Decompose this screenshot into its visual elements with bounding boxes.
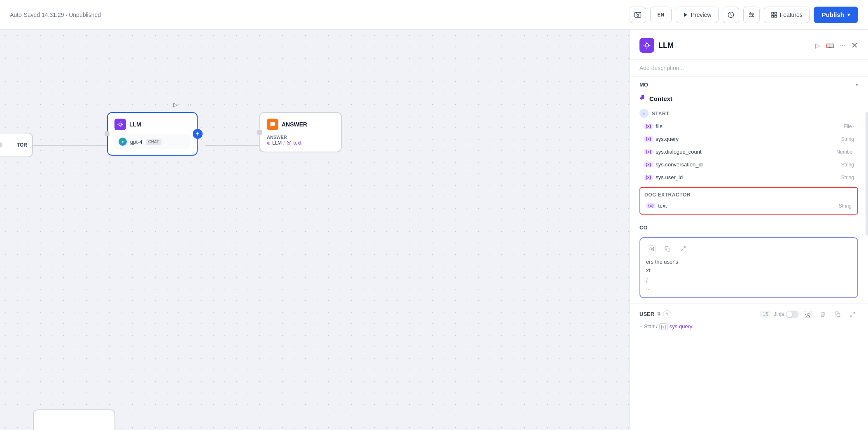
model-dropdown[interactable]: ▾ bbox=[856, 82, 858, 88]
user-copy-button[interactable] bbox=[832, 308, 843, 320]
llm-left-connector[interactable] bbox=[105, 131, 110, 136]
history-button[interactable] bbox=[723, 7, 739, 23]
user-delete-button[interactable] bbox=[817, 308, 828, 320]
settings-button[interactable] bbox=[743, 7, 760, 23]
svg-point-8 bbox=[752, 14, 753, 15]
home-icon: ⌂ bbox=[639, 324, 642, 330]
var-row-text[interactable]: {x} text String bbox=[642, 199, 856, 212]
svg-point-17 bbox=[645, 44, 649, 47]
context-block-toolbar: {x} bbox=[646, 243, 852, 255]
answer-node-header: ANSWER bbox=[267, 119, 334, 130]
svg-point-1 bbox=[637, 14, 639, 16]
close-button[interactable]: ✕ bbox=[851, 40, 858, 50]
start-label: START bbox=[652, 108, 669, 118]
publish-button[interactable]: Publish ▾ bbox=[814, 7, 858, 23]
book-icon[interactable]: 📖 bbox=[826, 42, 834, 49]
svg-point-16 bbox=[119, 123, 122, 126]
panel-title-row: LLM bbox=[639, 38, 674, 53]
doc-extractor-label: DOC EXTRACTOR bbox=[642, 189, 856, 199]
var-row-sys-query[interactable]: {x} sys.query String bbox=[639, 133, 858, 145]
var-type-sys-query: String bbox=[841, 136, 854, 142]
var-row-conversation-id[interactable]: {x} sys.conversation_id String bbox=[639, 158, 858, 171]
var-row-file[interactable]: {x} file File › bbox=[639, 120, 858, 133]
var-name-file: file bbox=[656, 123, 663, 129]
model-section-header: MO ▾ bbox=[630, 77, 868, 88]
bottom-partial-node bbox=[33, 409, 115, 430]
var-badge-conversation: {x} bbox=[644, 162, 653, 167]
var-type-user-id: String bbox=[841, 175, 854, 180]
var-type-dialogue: Number bbox=[836, 149, 854, 155]
context-section: Context ⌂ START {x} file File bbox=[630, 88, 868, 223]
svg-line-23 bbox=[850, 315, 852, 316]
svg-line-22 bbox=[853, 312, 854, 313]
answer-label: ANSWER bbox=[267, 135, 287, 140]
more-icon[interactable]: ··· bbox=[840, 42, 845, 49]
context-section-header: Context bbox=[639, 94, 858, 103]
var-name-dialogue-count: sys.dialogue_count bbox=[656, 149, 701, 155]
node-run-button[interactable]: ▷ bbox=[170, 100, 180, 110]
user-label: USER bbox=[639, 311, 654, 317]
user-actions: 15 Jinja {x} bbox=[760, 308, 858, 320]
user-expand-button[interactable] bbox=[847, 308, 858, 320]
left-node-label: TOR bbox=[17, 142, 27, 148]
svg-rect-13 bbox=[775, 15, 777, 17]
language-button[interactable]: EN bbox=[650, 7, 672, 23]
user-help-button[interactable]: ? bbox=[663, 310, 671, 318]
toggle-track[interactable] bbox=[786, 311, 799, 318]
panel-content: MO ▾ Context ⌂ bbox=[630, 77, 868, 430]
var-row-dialogue-count[interactable]: {x} sys.dialogue_count Number bbox=[639, 145, 858, 158]
sys-query-ref: sys.query bbox=[670, 323, 693, 330]
panel-title: LLM bbox=[658, 41, 674, 50]
model-badge: CHAT bbox=[146, 139, 161, 145]
svg-line-19 bbox=[684, 247, 685, 248]
run-icon[interactable]: ▷ bbox=[815, 42, 820, 49]
start-var-group: ⌂ START {x} file File › {x} sys. bbox=[639, 108, 858, 184]
svg-marker-2 bbox=[684, 12, 687, 17]
mo-label: MO bbox=[639, 82, 648, 88]
var-left-sys-query: {x} sys.query bbox=[644, 136, 679, 142]
answer-flow-node[interactable]: ANSWER ANSWER ⊕ LLM / {x} text bbox=[259, 112, 342, 152]
preview-button[interactable]: Preview bbox=[676, 7, 719, 23]
svg-line-20 bbox=[681, 249, 683, 251]
llm-node-icon bbox=[114, 119, 126, 130]
llm-flow-node[interactable]: ▷ ··· LLM ✦ gpt-4 CHAT + bbox=[107, 112, 198, 156]
var-row-user-id[interactable]: {x} sys.user_id String bbox=[639, 171, 858, 184]
publish-chevron: ▾ bbox=[847, 12, 850, 18]
model-icon: ✦ bbox=[119, 138, 127, 146]
context-editing-block[interactable]: {x} ers the user's xt: / ·· bbox=[639, 237, 858, 298]
panel-header-actions: ▷ 📖 ··· ✕ bbox=[815, 40, 858, 50]
publish-label: Publish bbox=[822, 11, 844, 18]
answer-node-icon bbox=[267, 119, 278, 130]
copy-block-button[interactable] bbox=[662, 243, 673, 255]
start-ref: Start bbox=[644, 324, 654, 330]
var-left-file: {x} file bbox=[644, 123, 663, 129]
svg-rect-11 bbox=[775, 12, 777, 14]
variable-insert-button[interactable]: {x} bbox=[646, 243, 658, 255]
model-name: gpt-4 bbox=[130, 139, 142, 145]
node-more-button[interactable]: ··· bbox=[184, 100, 194, 110]
jinja-toggle[interactable]: Jinja bbox=[774, 311, 799, 318]
topbar: Auto-Saved 14:31:29 · Unpublished EN Pre… bbox=[0, 0, 868, 30]
panel-header: LLM ▷ 📖 ··· ✕ bbox=[630, 30, 868, 60]
panel-description[interactable]: Add description... bbox=[630, 60, 868, 77]
panel-scrollbar[interactable] bbox=[866, 112, 868, 236]
answer-ref: ⊕ LLM / {x} text bbox=[267, 140, 334, 146]
user-var-button[interactable]: {x} bbox=[802, 308, 814, 320]
var-badge-sys-query: {x} bbox=[644, 136, 653, 142]
answer-left-connector[interactable] bbox=[257, 130, 262, 135]
sys-query-icon: {x} bbox=[659, 323, 668, 330]
llm-right-connector[interactable]: + bbox=[193, 129, 203, 139]
var-name-user-id: sys.user_id bbox=[656, 174, 683, 180]
var-name-sys-query: sys.query bbox=[656, 136, 679, 142]
llm-node-body: ✦ gpt-4 CHAT bbox=[114, 134, 190, 149]
features-button[interactable]: Features bbox=[764, 7, 810, 23]
var-name-text: text bbox=[658, 203, 667, 209]
context-text-line2: xt: bbox=[646, 267, 652, 273]
ref-icon: ⊕ bbox=[267, 140, 271, 146]
context-ellipsis: ··· bbox=[646, 286, 852, 292]
screenshot-button[interactable] bbox=[630, 7, 646, 23]
left-connector[interactable] bbox=[0, 143, 2, 147]
svg-point-9 bbox=[750, 16, 751, 17]
user-title-row: USER ⇅ ? bbox=[639, 310, 671, 318]
expand-block-button[interactable] bbox=[677, 243, 689, 255]
